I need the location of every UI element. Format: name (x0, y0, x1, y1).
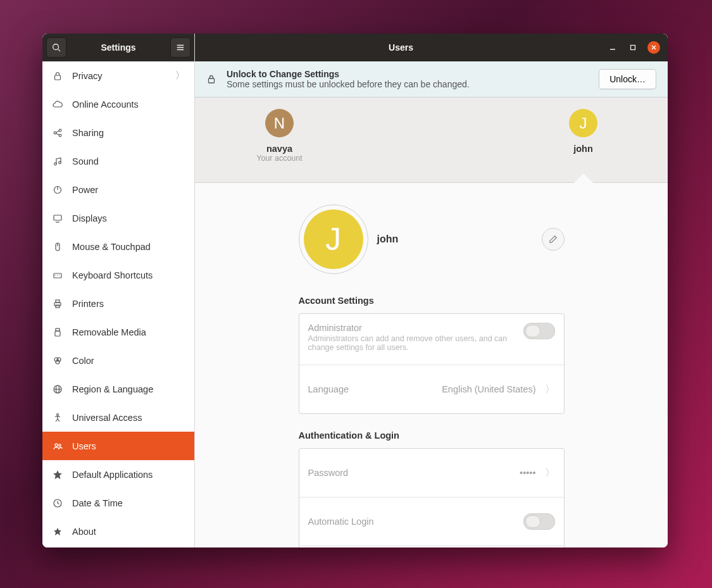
row-label: Language (308, 384, 442, 394)
hamburger-menu-button[interactable] (170, 37, 190, 58)
search-button[interactable] (46, 37, 66, 58)
password-row[interactable]: Password ••••• 〉 (299, 449, 564, 497)
share-icon (52, 127, 63, 139)
window-controls (607, 41, 664, 54)
close-icon (651, 44, 657, 51)
printer-icon (52, 298, 63, 310)
sidebar-item-label: Privacy (72, 71, 103, 81)
svg-point-0 (53, 44, 59, 50)
sidebar-item-date-time[interactable]: Date & Time (42, 489, 194, 517)
svg-line-43 (58, 503, 59, 504)
sidebar-item-online-accounts[interactable]: Online Accounts (42, 90, 194, 118)
svg-line-37 (56, 419, 58, 422)
automatic-login-row[interactable]: Automatic Login (299, 497, 564, 546)
sidebar-item-label: Date & Time (72, 498, 123, 508)
sidebar-item-label: Default Applications (72, 470, 153, 480)
display-icon (52, 213, 63, 224)
star-icon (52, 469, 63, 480)
automatic-login-toggle[interactable] (523, 513, 555, 530)
account-activity-row[interactable]: Account Activity — 〉 (299, 546, 564, 547)
sidebar-item-sound[interactable]: Sound (42, 147, 194, 175)
minimize-button[interactable] (607, 42, 618, 53)
administrator-toggle[interactable] (523, 323, 555, 339)
user-strip: N navya Your account J john (195, 97, 668, 183)
svg-line-9 (56, 130, 59, 132)
user-tab-john[interactable]: J john (520, 97, 647, 182)
section-title-account: Account Settings (299, 296, 565, 306)
banner-text: Unlock to Change Settings Some settings … (227, 69, 589, 89)
avatar-large: J (304, 210, 363, 269)
sidebar-item-label: Sound (72, 156, 99, 166)
sidebar-item-printers[interactable]: Printers (42, 289, 194, 318)
sidebar-item-default-applications[interactable]: Default Applications (42, 460, 194, 489)
sidebar-item-users[interactable]: Users (42, 432, 194, 460)
unlock-button[interactable]: Unlock… (599, 69, 656, 89)
sidebar-item-sharing[interactable]: Sharing (42, 118, 194, 147)
pencil-icon (549, 235, 558, 244)
settings-window: Settings Privacy 〉 Online Accounts Shari… (42, 34, 668, 547)
user-tab-navya[interactable]: N navya Your account (216, 97, 343, 182)
sidebar-item-label: Online Accounts (72, 99, 139, 109)
svg-line-1 (58, 49, 61, 52)
svg-line-38 (58, 419, 59, 422)
sidebar-item-region-language[interactable]: Region & Language (42, 375, 194, 403)
sidebar-item-label: Color (72, 356, 94, 366)
administrator-row[interactable]: Administrator Administrators can add and… (299, 314, 564, 365)
sidebar-item-keyboard-shortcuts[interactable]: Keyboard Shortcuts (42, 261, 194, 289)
sidebar-item-label: Power (72, 185, 98, 195)
chevron-right-icon: 〉 (542, 383, 555, 396)
user-tab-subtitle: Your account (256, 154, 303, 163)
account-settings-card: Administrator Administrators can add and… (299, 313, 565, 414)
sidebar-item-label: About (72, 527, 96, 537)
row-value: ••••• (520, 468, 535, 478)
svg-point-8 (59, 134, 61, 137)
page-title: Users (199, 42, 603, 53)
avatar: N (265, 109, 294, 137)
user-tab-name: john (573, 144, 593, 154)
profile-name: john (377, 234, 399, 245)
accessibility-icon (52, 412, 63, 423)
about-icon (52, 526, 63, 537)
sidebar-item-mouse-touchpad[interactable]: Mouse & Touchpad (42, 232, 194, 261)
sidebar-item-removable-media[interactable]: Removable Media (42, 318, 194, 346)
sidebar-item-about[interactable]: About (42, 517, 194, 546)
lock-icon (206, 74, 216, 84)
sidebar-item-label: Keyboard Shortcuts (72, 270, 153, 280)
mouse-icon (52, 241, 63, 253)
main-panel: Users Unlock to Change Settings Some set… (195, 34, 668, 547)
sidebar-item-label: Universal Access (72, 413, 142, 423)
minimize-icon (609, 44, 616, 51)
main-header: Users (195, 34, 668, 61)
music-note-icon (52, 156, 63, 167)
close-button[interactable] (647, 41, 660, 54)
sidebar-item-label: Displays (72, 213, 107, 223)
sidebar-header: Settings (42, 34, 194, 61)
sidebar-item-universal-access[interactable]: Universal Access (42, 403, 194, 432)
language-row[interactable]: Language English (United States) 〉 (299, 365, 564, 413)
users-icon (52, 441, 63, 452)
sidebar-item-displays[interactable]: Displays (42, 204, 194, 232)
profile-row: J john (299, 204, 565, 274)
clock-icon (52, 497, 63, 509)
banner-subtitle: Some settings must be unlocked before th… (227, 79, 589, 89)
svg-rect-15 (54, 215, 61, 220)
change-avatar-button[interactable]: J (299, 204, 368, 274)
auth-login-card: Password ••••• 〉 Automatic Login Accoun (299, 448, 565, 547)
row-label: Administrator (308, 323, 523, 333)
row-value: English (United States) (442, 384, 535, 394)
svg-point-39 (55, 443, 58, 446)
row-description: Administrators can add and remove other … (308, 334, 511, 352)
svg-point-7 (59, 129, 61, 132)
sidebar-item-color[interactable]: Color (42, 346, 194, 375)
svg-point-34 (57, 413, 59, 415)
color-icon (52, 355, 63, 366)
edit-name-button[interactable] (542, 228, 565, 251)
maximize-icon (630, 44, 636, 51)
maximize-button[interactable] (627, 42, 639, 53)
sidebar-item-power[interactable]: Power (42, 175, 194, 204)
svg-line-10 (56, 133, 59, 134)
banner-title: Unlock to Change Settings (227, 69, 589, 79)
svg-rect-45 (631, 46, 635, 50)
svg-point-40 (59, 444, 61, 446)
sidebar-item-privacy[interactable]: Privacy 〉 (42, 61, 194, 90)
